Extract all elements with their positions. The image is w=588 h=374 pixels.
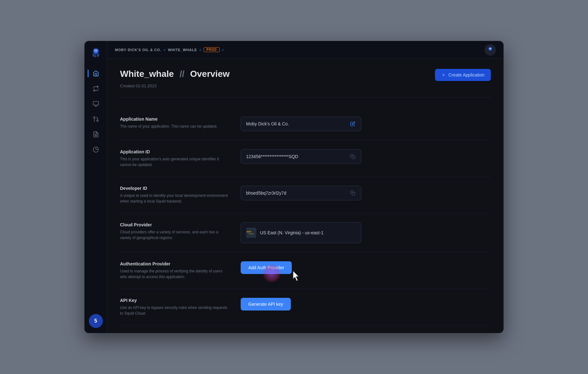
- copy-developer-id-icon[interactable]: [350, 190, 356, 196]
- svg-rect-19: [352, 192, 355, 195]
- field-label-api-key: API Key: [120, 298, 228, 303]
- svg-point-17: [490, 48, 491, 49]
- breadcrumb: MOBY DICK'S OIL & CO. › WHITE_WHALE › pr…: [115, 47, 224, 52]
- field-label-cloud-provider-col: Cloud Provider Cloud providers offer a v…: [120, 222, 241, 241]
- breadcrumb-sep-1: ›: [164, 48, 165, 52]
- breadcrumb-company: MOBY DICK'S OIL & CO.: [115, 48, 161, 52]
- sidebar-nav: [89, 66, 103, 313]
- cloud-provider-box[interactable]: aws US East (N. Virginia) - us-east-1: [241, 222, 361, 243]
- field-desc-app-id: This is your application's auto generate…: [120, 156, 228, 168]
- field-row-app-id: Application ID This is your application'…: [120, 140, 491, 177]
- field-desc-api-key: Use an API key to bypass security rules …: [120, 305, 228, 316]
- page-header: White_whale // Overview ＋ Create Applica…: [120, 69, 491, 81]
- field-input-api-key-col: Generate API key: [241, 298, 361, 311]
- field-label-app-name: Application Name: [120, 117, 228, 122]
- sidebar-item-transactions[interactable]: [89, 82, 103, 96]
- field-desc-auth-provider: Used to manage the process of verifying …: [120, 268, 228, 280]
- svg-point-15: [489, 47, 491, 50]
- svg-point-1: [94, 49, 98, 53]
- field-row-developer-id: Developer ID A unique id used to identif…: [120, 177, 491, 213]
- field-label-cloud-provider: Cloud Provider: [120, 222, 228, 227]
- page-title-group: White_whale // Overview: [120, 69, 230, 79]
- field-label-app-id: Application ID: [120, 149, 228, 154]
- app-id-value: 123456****************SQD: [246, 154, 298, 159]
- developer-id-value: bhsed5bq7zr3rl2y7d: [246, 190, 286, 196]
- field-label-auth-provider-col: Authentication Provider Used to manage t…: [120, 261, 241, 280]
- field-row-api-key: API Key Use an API key to bypass securit…: [120, 289, 491, 325]
- field-row-cloud-provider: Cloud Provider Cloud providers offer a v…: [120, 213, 491, 252]
- create-application-button[interactable]: ＋ Create Application: [435, 69, 491, 81]
- field-label-auth-provider: Authentication Provider: [120, 261, 228, 266]
- field-input-app-name-col: [241, 117, 361, 131]
- svg-point-16: [489, 48, 490, 49]
- auth-button-container: Add Auth Provider: [241, 261, 292, 274]
- cursor-icon: [292, 270, 301, 284]
- generate-api-key-button[interactable]: Generate API key: [241, 298, 291, 311]
- aws-logo: aws: [246, 228, 256, 238]
- header-divider: [120, 97, 491, 97]
- user-avatar[interactable]: [484, 44, 496, 56]
- field-input-app-id-col: 123456****************SQD: [241, 149, 361, 164]
- breadcrumb-env-tag: prod: [204, 47, 219, 52]
- main-area: MOBY DICK'S OIL & CO. › WHITE_WHALE › pr…: [107, 41, 504, 333]
- field-input-app-id: 123456****************SQD: [241, 149, 361, 164]
- field-label-api-key-col: API Key Use an API key to bypass securit…: [120, 298, 241, 316]
- sidebar-item-pipelines[interactable]: [89, 112, 103, 126]
- field-row-app-name: Application Name The name of your applic…: [120, 108, 491, 140]
- field-desc-developer-id: A unique id used to identify your local …: [120, 193, 228, 204]
- field-input-cloud-provider-col: aws US East (N. Virginia) - us-east-1: [241, 222, 361, 243]
- cloud-provider-name: US East (N. Virginia) - us-east-1: [260, 230, 324, 235]
- sidebar-item-monitoring[interactable]: [89, 97, 103, 111]
- copy-app-id-icon[interactable]: [350, 153, 356, 160]
- add-auth-provider-button[interactable]: Add Auth Provider: [241, 261, 292, 274]
- field-label-developer-id-col: Developer ID A unique id used to identif…: [120, 186, 241, 204]
- field-input-app-name[interactable]: [241, 117, 361, 131]
- app-logo: [90, 46, 102, 59]
- field-desc-app-name: The name of your application. This name …: [120, 124, 228, 129]
- field-input-auth-provider-col: Add Auth Provider: [241, 261, 361, 274]
- field-label-developer-id: Developer ID: [120, 186, 228, 191]
- field-input-developer-id: bhsed5bq7zr3rl2y7d: [241, 186, 361, 200]
- sidebar-badge[interactable]: 5: [89, 314, 103, 328]
- page-title: White_whale // Overview: [120, 69, 230, 79]
- sidebar-item-home[interactable]: [89, 66, 103, 80]
- sidebar-item-docs[interactable]: [89, 127, 103, 141]
- field-row-auth-provider: Authentication Provider Used to manage t…: [120, 252, 491, 289]
- create-btn-plus-icon: ＋: [441, 72, 446, 78]
- svg-point-5: [97, 50, 97, 51]
- sidebar: 5: [84, 41, 107, 333]
- app-name-input[interactable]: [246, 121, 350, 126]
- field-desc-cloud-provider: Cloud providers offer a variety of servi…: [120, 229, 228, 241]
- svg-text:aws: aws: [247, 230, 251, 233]
- top-nav: MOBY DICK'S OIL & CO. › WHITE_WHALE › pr…: [107, 41, 504, 59]
- svg-rect-18: [352, 156, 355, 159]
- svg-point-4: [95, 50, 95, 51]
- breadcrumb-sep-2: ›: [199, 48, 201, 52]
- field-input-developer-id-col: bhsed5bq7zr3rl2y7d: [241, 186, 361, 200]
- field-label-app-name-col: Application Name The name of your applic…: [120, 117, 241, 129]
- breadcrumb-project: WHITE_WHALE: [168, 48, 197, 52]
- sidebar-item-reports[interactable]: [89, 143, 103, 157]
- create-btn-label: Create Application: [448, 72, 484, 77]
- created-date: Created 02.01.2023: [120, 83, 491, 88]
- edit-icon[interactable]: [350, 121, 356, 127]
- field-label-app-id-col: Application ID This is your application'…: [120, 149, 241, 168]
- content-area: White_whale // Overview ＋ Create Applica…: [107, 59, 504, 333]
- svg-rect-6: [93, 102, 98, 105]
- breadcrumb-sep-3: ›: [222, 48, 224, 52]
